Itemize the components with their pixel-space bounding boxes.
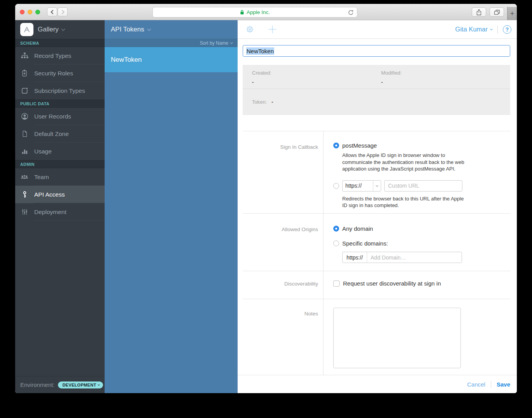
sidebar-item-usage[interactable]: Usage (15, 143, 105, 160)
created-label: Created: (252, 70, 381, 76)
user-name: Gita Kumar (455, 26, 488, 33)
sort-by-name-control[interactable]: Sort by Name (105, 39, 238, 47)
sidebar-header[interactable]: Gallery (15, 20, 105, 39)
add-domain-input[interactable] (367, 252, 462, 263)
sign-in-callback-label: Sign In Callback (243, 131, 323, 213)
notes-textarea[interactable] (333, 308, 461, 368)
any-domain-label[interactable]: Any domain (342, 225, 373, 232)
gallery-menu-label: Gallery (38, 26, 59, 33)
sidebar-item-label: Deployment (34, 209, 66, 216)
app-logo (20, 23, 33, 36)
api-tokens-menu[interactable]: API Tokens (105, 20, 238, 39)
sidebar-item-label: Subscription Types (34, 87, 85, 94)
detail-footer: Cancel Save (238, 375, 517, 393)
token-meta-panel: Created: - Modified: - Token: - (243, 65, 510, 115)
settings-button[interactable] (245, 24, 255, 34)
custom-url-radio[interactable] (333, 183, 339, 189)
footer-separator (491, 381, 491, 388)
share-button[interactable] (472, 7, 486, 17)
url-scheme-select[interactable]: https:// (342, 180, 381, 192)
back-icon (51, 10, 55, 14)
toolbar-separator (497, 26, 498, 33)
modified-label: Modified: (381, 70, 510, 76)
gallery-menu[interactable]: Gallery (38, 26, 65, 33)
sidebar-item-label: Usage (34, 148, 52, 155)
browser-titlebar: Apple Inc. + (15, 4, 517, 20)
add-domain-field: https:// (342, 252, 462, 263)
section-discoverability: Discoverability Request user discoverabi… (243, 271, 510, 299)
custom-url-input[interactable] (384, 180, 462, 192)
token-name-selected-text: NewToken (246, 47, 274, 55)
window-controls (20, 10, 40, 14)
badge-star-icon (20, 69, 29, 78)
sidebar-item-api-access[interactable]: API Access (15, 186, 105, 203)
sliders-icon (20, 208, 29, 216)
chevron-down-icon (490, 28, 493, 30)
sidebar-item-label: Record Types (34, 52, 71, 59)
sidebar-item-label: Default Zone (34, 131, 69, 138)
token-name-input[interactable]: NewToken (243, 45, 510, 57)
post-message-radio[interactable] (333, 143, 339, 148)
any-domain-radio[interactable] (333, 226, 339, 232)
cloudkit-app-icon (22, 24, 32, 35)
sidebar-item-label: API Access (34, 191, 65, 198)
token-value: - (271, 99, 273, 105)
sidebar-item-deployment[interactable]: Deployment (15, 203, 105, 221)
bar-chart-icon (20, 147, 29, 156)
address-text: Apple Inc. (247, 9, 270, 15)
team-icon (20, 173, 29, 181)
sidebar-item-team[interactable]: Team (15, 168, 105, 186)
share-icon (476, 9, 482, 16)
new-tab-button[interactable]: + (507, 7, 517, 20)
token-list-item-name: NewToken (111, 56, 142, 64)
specific-domains-radio[interactable] (333, 240, 339, 246)
zoom-window-button[interactable] (35, 10, 40, 14)
cancel-button[interactable]: Cancel (467, 381, 485, 388)
chevron-down-icon (376, 184, 378, 186)
sidebar-item-record-types[interactable]: Record Types (15, 47, 105, 64)
forward-button[interactable] (58, 7, 68, 16)
token-list-panel: API Tokens Sort by Name NewToken (105, 20, 238, 393)
close-window-button[interactable] (20, 10, 24, 14)
modified-value: - (381, 79, 510, 85)
minimize-window-button[interactable] (28, 10, 32, 14)
discoverability-checkbox[interactable] (333, 280, 340, 287)
post-message-label[interactable]: postMessage (342, 142, 377, 149)
browser-nav (47, 7, 68, 16)
back-button[interactable] (47, 7, 57, 16)
address-bar[interactable]: Apple Inc. (152, 7, 357, 17)
sidebar-item-label: Security Roles (34, 70, 73, 77)
sidebar-item-security-roles[interactable]: Security Roles (15, 64, 105, 82)
discoverability-checkbox-label[interactable]: Request user discoverability at sign in (343, 280, 441, 287)
sidebar-item-subscription-types[interactable]: Subscription Types (15, 82, 105, 99)
environment-label: Environment: (20, 381, 54, 388)
allowed-origins-label: Allowed Origins (243, 214, 323, 271)
sidebar-section-schema: SCHEMA (15, 39, 105, 47)
add-token-button[interactable] (268, 25, 277, 34)
list-item-newtoken[interactable]: NewToken (105, 47, 238, 72)
api-tokens-title: API Tokens (111, 26, 144, 33)
sidebar-item-default-zone[interactable]: Default Zone (15, 125, 105, 143)
discoverability-label: Discoverability (243, 271, 323, 299)
lock-icon (240, 10, 244, 15)
sidebar: Gallery SCHEMA Record Types Security Rol… (15, 20, 105, 393)
chevron-down-icon (98, 383, 100, 386)
token-detail-panel: Gita Kumar ? NewToken Created: - (238, 20, 517, 393)
chevron-down-icon (230, 41, 233, 44)
tabs-overview-button[interactable] (490, 7, 504, 17)
sidebar-item-user-records[interactable]: User Records (15, 108, 105, 125)
reload-icon[interactable] (347, 9, 354, 16)
section-notes: Notes (243, 299, 510, 375)
help-button[interactable]: ? (503, 25, 511, 34)
sidebar-item-label: User Records (34, 113, 71, 120)
gear-icon (245, 24, 255, 34)
environment-selector[interactable]: DEVELOPMENT (58, 381, 103, 388)
save-button[interactable]: Save (497, 381, 510, 388)
url-scheme-value: https:// (345, 183, 362, 189)
post-message-description: Allows the Apple ID sign in browser wind… (342, 152, 464, 172)
user-menu[interactable]: Gita Kumar (455, 26, 492, 33)
section-allowed-origins: Allowed Origins Any domain Specific doma… (243, 213, 510, 271)
domain-scheme-prefix: https:// (343, 252, 367, 263)
user-icon (20, 112, 29, 121)
specific-domains-label[interactable]: Specific domains: (342, 240, 388, 247)
